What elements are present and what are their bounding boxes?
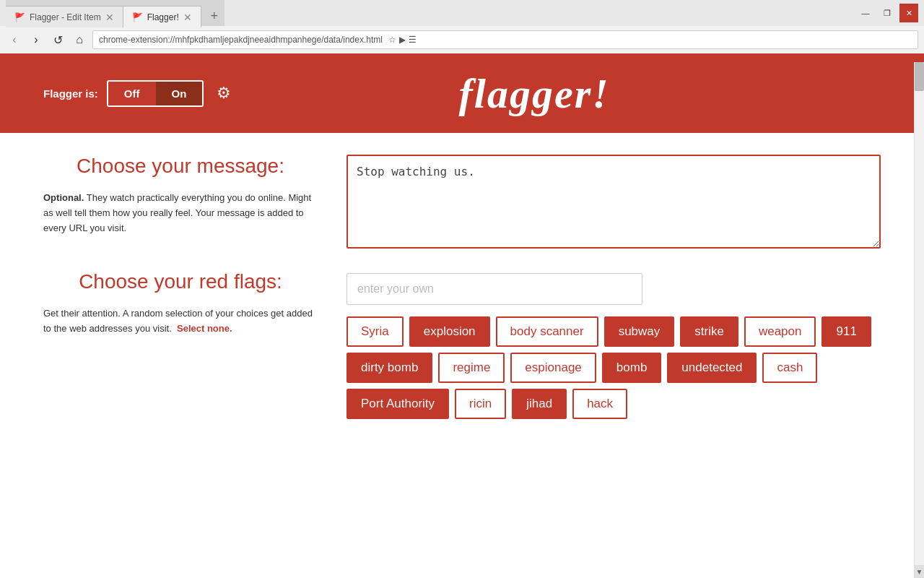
new-tab-button[interactable]: + <box>204 6 225 26</box>
toggle-on-button[interactable]: On <box>156 82 203 105</box>
tag-ricin[interactable]: ricin <box>455 389 506 419</box>
tab-favicon-active: 🚩 <box>132 12 143 22</box>
tab-close-active-icon[interactable]: ✕ <box>183 12 192 23</box>
tag-hack[interactable]: hack <box>572 389 627 419</box>
message-textarea[interactable] <box>346 155 881 249</box>
scrollbar-thumb[interactable] <box>915 62 924 91</box>
flagger-label: Flagger is: <box>43 87 98 100</box>
extension-icon[interactable]: ▶ <box>399 35 406 45</box>
reload-button[interactable]: ↺ <box>49 31 66 48</box>
forward-button[interactable]: › <box>27 31 45 48</box>
tab-close-icon[interactable]: ✕ <box>105 12 114 23</box>
flags-description: Get their attention. A random selection … <box>43 306 318 337</box>
address-text: chrome-extension://mhfpkdhamljepakdjneea… <box>99 35 383 45</box>
tag-syria[interactable]: Syria <box>346 316 404 347</box>
restore-button[interactable]: ❐ <box>878 4 897 22</box>
tag-regime[interactable]: regime <box>438 353 505 383</box>
settings-icon[interactable]: ⚙ <box>217 84 231 103</box>
back-button[interactable]: ‹ <box>6 31 23 48</box>
tag-bomb[interactable]: bomb <box>602 353 662 383</box>
window-controls: — ❐ ✕ <box>856 4 918 22</box>
tab-favicon: 🚩 <box>14 12 25 22</box>
tag-port-authority[interactable]: Port Authority <box>346 389 449 419</box>
tab-bar: 🚩 Flagger - Edit Item ✕ 🚩 Flagger! ✕ + <box>6 0 225 26</box>
tag-body-scanner[interactable]: body scanner <box>496 316 598 347</box>
tag-espionage[interactable]: espionage <box>510 353 596 383</box>
tab-label: Flagger - Edit Item <box>30 12 101 22</box>
flags-custom-input[interactable] <box>346 273 642 305</box>
optional-label: Optional. <box>43 192 84 203</box>
tag-undetected[interactable]: undetected <box>667 353 757 383</box>
address-icons: ☆ ▶ ☰ <box>388 35 417 45</box>
tag-cash[interactable]: cash <box>762 353 817 383</box>
tag-weapon[interactable]: weapon <box>744 316 816 347</box>
tab-flagger-edit[interactable]: 🚩 Flagger - Edit Item ✕ <box>6 6 123 27</box>
message-description: Optional. They watch practically everyth… <box>43 191 318 236</box>
tag-strike[interactable]: strike <box>680 316 738 347</box>
toggle-off-button[interactable]: Off <box>108 82 156 105</box>
tab-flagger[interactable]: 🚩 Flagger! ✕ <box>123 6 201 27</box>
main-content: Choose your message: Optional. They watc… <box>0 133 924 441</box>
flags-section-title: Choose your red flags: <box>43 270 318 293</box>
scrollbar[interactable]: ▲ ▼ <box>914 62 924 578</box>
menu-icon[interactable]: ☰ <box>409 35 417 45</box>
close-button[interactable]: ✕ <box>899 4 918 22</box>
page-wrapper: 🚩 Flagger - Edit Item ✕ 🚩 Flagger! ✕ + —… <box>0 0 924 441</box>
tag-subway[interactable]: subway <box>604 316 675 347</box>
message-section-title: Choose your message: <box>43 155 318 178</box>
right-panel: Syriaexplosionbody scannersubwaystrikewe… <box>346 155 881 419</box>
app-title: flagger! <box>231 69 837 118</box>
scroll-down-arrow[interactable]: ▼ <box>915 565 924 578</box>
left-panel: Choose your message: Optional. They watc… <box>43 155 346 419</box>
star-icon[interactable]: ☆ <box>388 35 396 45</box>
select-none-link[interactable]: Select none. <box>177 323 232 334</box>
address-bar-row: ‹ › ↺ ⌂ chrome-extension://mhfpkdhamljep… <box>0 26 924 53</box>
app-header: Flagger is: Off On ⚙ flagger! <box>0 53 924 133</box>
home-button[interactable]: ⌂ <box>71 31 88 48</box>
address-box[interactable]: chrome-extension://mhfpkdhamljepakdjneea… <box>92 30 918 49</box>
tag-jihad[interactable]: jihad <box>512 389 567 419</box>
browser-title-bar: 🚩 Flagger - Edit Item ✕ 🚩 Flagger! ✕ + —… <box>0 0 924 26</box>
flagger-controls: Flagger is: Off On ⚙ <box>43 80 231 107</box>
minimize-button[interactable]: — <box>856 4 875 22</box>
toggle-group: Off On <box>107 80 204 107</box>
tag-explosion[interactable]: explosion <box>409 316 490 347</box>
tag-911[interactable]: 911 <box>821 316 871 347</box>
tags-container: Syriaexplosionbody scannersubwaystrikewe… <box>346 316 881 419</box>
tag-dirty-bomb[interactable]: dirty bomb <box>346 353 432 383</box>
tab-label-active: Flagger! <box>147 12 179 22</box>
